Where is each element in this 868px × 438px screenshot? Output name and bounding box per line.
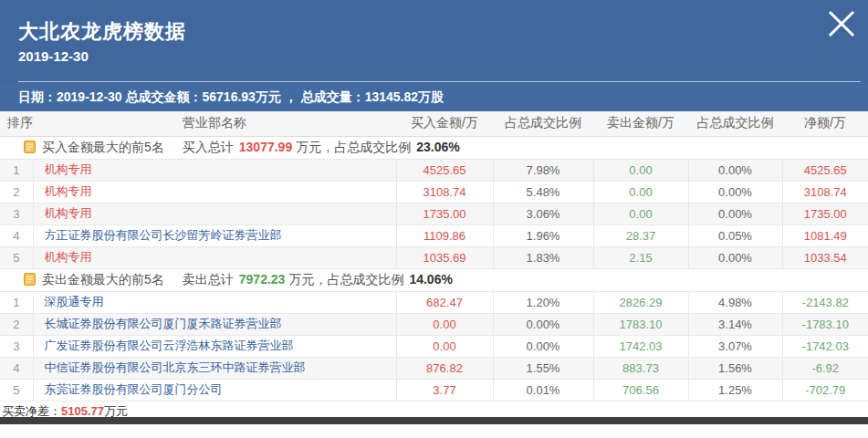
header-date: 2019-12-30 — [18, 48, 89, 64]
table-row: 5 东莞证券股份有限公司厦门分公司 3.77 0.01% 706.56 1.25… — [0, 379, 868, 401]
rank-cell: 5 — [0, 246, 33, 268]
section-total-unit: 万元，占总成交比例 — [288, 272, 403, 287]
sell-ratio-cell: 1.56% — [688, 357, 782, 379]
sell-ratio-cell: 0.00% — [688, 181, 782, 203]
section-title-row: 卖出金额最大的前5名卖出总计7972.23万元，占总成交比例14.06% — [0, 268, 868, 291]
sell-ratio-cell: 4.98% — [688, 291, 782, 313]
net-diff-value: 5105.77 — [61, 404, 104, 418]
sell-amount-cell: 0.00 — [593, 159, 688, 181]
buy-ratio-cell: 0.01% — [493, 379, 593, 401]
section-total-value: 13077.99 — [239, 140, 292, 154]
sell-ratio-cell: 3.07% — [688, 335, 782, 357]
buy-ratio-cell: 1.55% — [493, 357, 593, 379]
sell-amount-cell: 1783.10 — [593, 313, 688, 335]
buy-ratio-cell: 1.96% — [493, 224, 593, 246]
net-diff-label: 买卖净差： — [2, 404, 61, 418]
branch-name-cell[interactable]: 方正证券股份有限公司长沙留芳岭证券营业部 — [33, 224, 396, 246]
col-header-sell-amount: 卖出金额/万 — [593, 111, 688, 136]
table-row: 1 深股通专用 682.47 1.20% 2826.29 4.98% -2143… — [0, 291, 868, 313]
net-amount-cell: 3108.74 — [782, 181, 868, 203]
modal-header: 大北农龙虎榜数据 2019-12-30 — [0, 0, 868, 83]
table-row: 5 机构专用 1035.69 1.83% 2.15 0.00% 1033.54 — [0, 246, 868, 268]
table-row: 4 方正证券股份有限公司长沙留芳岭证券营业部 1109.86 1.96% 28.… — [0, 224, 868, 246]
table-header-row: 排序 营业部名称 买入金额/万 占总成交比例 卖出金额/万 占总成交比例 净额/… — [0, 111, 868, 136]
section-total-ratio: 14.06% — [409, 272, 452, 287]
buy-amount-cell: 1735.00 — [396, 203, 493, 224]
sell-ratio-cell: 0.05% — [688, 224, 782, 246]
col-header-buy-ratio: 占总成交比例 — [493, 111, 593, 136]
col-header-branch-name: 营业部名称 — [33, 111, 396, 136]
sell-amount-cell: 2826.29 — [593, 291, 688, 313]
sell-ratio-cell: 0.00% — [688, 203, 782, 224]
table-row: 1 机构专用 4525.65 7.98% 0.00 0.00% 4525.65 — [0, 159, 868, 181]
branch-name-cell: 机构专用 — [33, 159, 396, 181]
buy-ratio-cell: 0.00% — [493, 335, 593, 357]
section-total-label: 卖出总计 — [183, 272, 234, 287]
net-amount-cell: 1033.54 — [782, 246, 868, 268]
branch-name-cell: 机构专用 — [33, 246, 396, 268]
buy-amount-cell: 0.00 — [396, 335, 493, 357]
col-header-buy-amount: 买入金额/万 — [396, 111, 493, 136]
net-amount-cell: -2143.82 — [782, 291, 868, 313]
net-amount-cell: -1783.10 — [782, 313, 868, 335]
rank-cell: 2 — [0, 181, 33, 203]
buy-ratio-cell: 5.48% — [493, 181, 593, 203]
note-icon — [24, 141, 36, 156]
sell-ratio-cell: 0.00% — [688, 246, 782, 268]
table-row: 2 机构专用 3108.74 5.48% 0.00 0.00% 3108.74 — [0, 181, 868, 203]
buy-amount-cell: 682.47 — [396, 291, 493, 313]
buy-amount-cell: 3.77 — [396, 379, 493, 401]
rank-cell: 2 — [0, 313, 33, 335]
rank-cell: 5 — [0, 379, 33, 401]
close-button[interactable] — [822, 5, 861, 43]
section-total-label: 买入总计 — [183, 140, 234, 154]
buy-ratio-cell: 3.06% — [493, 203, 593, 224]
buy-ratio-cell: 7.98% — [493, 159, 593, 181]
table-row: 2 长城证券股份有限公司厦门厦禾路证券营业部 0.00 0.00% 1783.1… — [0, 313, 868, 335]
buy-amount-cell: 3108.74 — [396, 181, 493, 203]
branch-name-cell[interactable]: 长城证券股份有限公司厦门厦禾路证券营业部 — [33, 313, 396, 335]
header-divider — [18, 81, 861, 82]
net-diff-footer: 买卖净差：5105.77万元 — [0, 402, 868, 416]
table-row: 4 中信证券股份有限公司北京东三环中路证券营业部 876.82 1.55% 88… — [0, 357, 868, 379]
rank-cell: 1 — [0, 291, 33, 313]
branch-name-cell: 机构专用 — [33, 203, 396, 224]
buy-amount-cell: 4525.65 — [396, 159, 493, 181]
net-amount-cell: -702.79 — [782, 379, 868, 401]
buy-amount-cell: 876.82 — [396, 357, 493, 379]
rank-cell: 4 — [0, 357, 33, 379]
note-icon — [24, 273, 36, 288]
sell-amount-cell: 0.00 — [593, 181, 688, 203]
col-header-net-amount: 净额/万 — [782, 111, 868, 136]
page-title: 大北农龙虎榜数据 — [18, 18, 186, 46]
branch-name-cell[interactable]: 东莞证券股份有限公司厦门分公司 — [33, 379, 396, 401]
section-title-row: 买入金额最大的前5名买入总计13077.99万元，占总成交比例23.06% — [0, 136, 868, 159]
sell-amount-cell: 0.00 — [593, 203, 688, 224]
bottom-strip — [0, 417, 868, 424]
sell-amount-cell: 2.15 — [593, 246, 688, 268]
net-amount-cell: -6.92 — [782, 357, 868, 379]
close-icon — [824, 6, 859, 41]
branch-name-cell[interactable]: 广发证券股份有限公司云浮浩林东路证券营业部 — [33, 335, 396, 357]
branch-name-cell[interactable]: 中信证券股份有限公司北京东三环中路证券营业部 — [33, 357, 396, 379]
rank-cell: 3 — [0, 203, 33, 224]
sell-amount-cell: 883.73 — [593, 357, 688, 379]
sell-ratio-cell: 1.25% — [688, 379, 782, 401]
net-diff-unit: 万元 — [104, 404, 128, 418]
sell-amount-cell: 706.56 — [593, 379, 688, 401]
table-section: 买入金额最大的前5名买入总计13077.99万元，占总成交比例23.06% 1 … — [0, 136, 868, 268]
buy-ratio-cell: 1.83% — [493, 246, 593, 268]
section-total-value: 7972.23 — [239, 272, 286, 287]
branch-name-cell[interactable]: 深股通专用 — [33, 291, 396, 313]
sell-ratio-cell: 3.14% — [688, 313, 782, 335]
section-title: 买入金额最大的前5名 — [42, 140, 164, 154]
rank-cell: 4 — [0, 224, 33, 246]
net-amount-cell: 1081.49 — [782, 224, 868, 246]
net-amount-cell: 1735.00 — [782, 203, 868, 224]
section-total-ratio: 23.06% — [416, 140, 459, 154]
section-title: 卖出金额最大的前5名 — [42, 272, 164, 287]
buy-amount-cell: 0.00 — [396, 313, 493, 335]
buy-ratio-cell: 1.20% — [493, 291, 593, 313]
table-row: 3 机构专用 1735.00 3.06% 0.00 0.00% 1735.00 — [0, 203, 868, 224]
buy-ratio-cell: 0.00% — [493, 313, 593, 335]
